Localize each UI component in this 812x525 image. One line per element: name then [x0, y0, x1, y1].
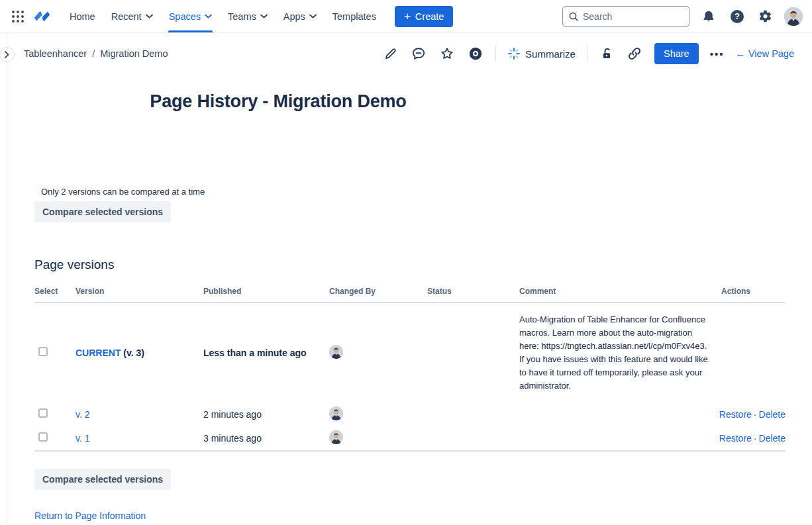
return-to-page-information-link[interactable]: Return to Page Information: [34, 510, 146, 521]
versions-table: Select Version Published Changed By Stat…: [34, 281, 786, 452]
delete-link[interactable]: Delete: [759, 409, 786, 420]
published-time: 2 minutes ago: [203, 409, 329, 420]
changed-by-avatar: [329, 430, 343, 444]
actions-cell: Restore·Delete: [711, 409, 786, 420]
nav-item-recent[interactable]: Recent: [103, 0, 161, 32]
create-button[interactable]: + Create: [395, 6, 453, 27]
watch-button[interactable]: [467, 45, 484, 62]
published-time: Less than a minute ago: [203, 348, 329, 358]
table-row-v2: v. 2 2 minutes ago Restore·Delete: [34, 403, 786, 426]
page-versions-heading: Page versions: [34, 258, 786, 272]
help-icon: ?: [731, 10, 744, 23]
table-row-current: CURRENT (v. 3) Less than a minute ago Au…: [34, 303, 786, 403]
comment-button[interactable]: [410, 45, 427, 62]
search-input[interactable]: [583, 11, 684, 22]
restrictions-button[interactable]: [599, 46, 615, 62]
help-button[interactable]: ?: [728, 7, 746, 26]
ellipsis-icon: •••: [710, 48, 725, 60]
pencil-icon: [383, 47, 397, 61]
version-link[interactable]: CURRENT: [76, 348, 121, 358]
delete-link[interactable]: Delete: [759, 433, 786, 444]
version-comment: Auto-Migration of Table Enhancer for Con…: [519, 307, 711, 399]
toolbar-divider: [495, 46, 496, 61]
arrow-left-icon: ←: [735, 48, 745, 59]
compare-selected-versions-button-bottom[interactable]: Compare selected versions: [34, 469, 171, 490]
column-header-published: Published: [203, 287, 329, 296]
changed-by-avatar: [329, 345, 343, 359]
restore-link[interactable]: Restore: [719, 409, 752, 420]
search-box[interactable]: [562, 6, 689, 27]
select-version-checkbox[interactable]: [38, 432, 48, 442]
chevron-down-icon: [260, 14, 268, 19]
more-menu-button[interactable]: •••: [710, 48, 725, 60]
link-icon: [627, 46, 642, 61]
compare-selected-versions-button-top[interactable]: Compare selected versions: [34, 201, 171, 222]
nav-item-templates[interactable]: Templates: [325, 0, 384, 32]
eye-icon: [468, 46, 483, 61]
version-link[interactable]: v. 2: [76, 409, 90, 420]
published-time: 3 minutes ago: [203, 433, 329, 444]
page-title: Page History - Migration Demo: [26, 91, 530, 112]
ai-sparkle-icon: [507, 47, 521, 60]
restore-link[interactable]: Restore: [719, 433, 752, 444]
summarize-button[interactable]: Summarize: [507, 47, 576, 60]
chevron-down-icon: [309, 14, 317, 19]
user-avatar[interactable]: [784, 7, 803, 26]
page-toolbar: Summarize Share ••• ← View Page: [382, 43, 794, 64]
nav-item-apps[interactable]: Apps: [276, 0, 325, 32]
copy-link-button[interactable]: [626, 45, 643, 62]
page-header-bar: Tableenhancer / Migration Demo: [0, 33, 812, 74]
breadcrumb-separator: /: [92, 48, 95, 59]
app-grid-icon: [11, 9, 25, 24]
actions-separator: ·: [752, 409, 759, 420]
comment-bubble-icon: [411, 46, 426, 61]
search-icon: [568, 11, 579, 22]
nav-item-home[interactable]: Home: [62, 0, 103, 32]
share-button[interactable]: Share: [654, 43, 699, 64]
table-row-v1: v. 1 3 minutes ago Restore·Delete: [34, 426, 786, 450]
bell-icon: [701, 9, 716, 24]
primary-nav: Home Recent Spaces Teams Apps Templates: [62, 0, 384, 32]
actions-cell: Restore·Delete: [711, 433, 786, 444]
plus-icon: +: [404, 11, 411, 22]
chevron-down-icon: [146, 14, 153, 19]
breadcrumb: Tableenhancer / Migration Demo: [24, 48, 168, 59]
sidebar-expand-button[interactable]: [0, 47, 15, 62]
gear-icon: [758, 9, 772, 23]
column-header-comment: Comment: [519, 287, 711, 296]
page-history-content: Page History - Migration Demo Only 2 ver…: [34, 91, 786, 522]
unlocked-padlock-icon: [600, 47, 613, 60]
compare-note: Only 2 versions can be compared at a tim…: [41, 187, 786, 197]
view-page-link[interactable]: ← View Page: [735, 48, 794, 59]
column-header-changed-by: Changed By: [329, 287, 427, 296]
top-navigation: Home Recent Spaces Teams Apps Templates …: [0, 0, 812, 33]
actions-separator: ·: [752, 433, 759, 444]
favorite-button[interactable]: [438, 45, 456, 62]
column-header-status: Status: [427, 287, 519, 296]
column-header-select: Select: [34, 287, 76, 296]
settings-button[interactable]: [756, 7, 775, 26]
select-version-checkbox[interactable]: [38, 408, 48, 418]
toolbar-divider: [587, 46, 587, 61]
star-icon: [440, 46, 454, 61]
nav-item-spaces[interactable]: Spaces: [161, 0, 220, 32]
select-version-checkbox[interactable]: [38, 347, 48, 356]
chevron-down-icon: [205, 14, 212, 19]
confluence-logo-icon[interactable]: [33, 8, 51, 24]
nav-item-teams[interactable]: Teams: [220, 0, 276, 32]
version-suffix: (v. 3): [121, 348, 144, 358]
column-header-actions: Actions: [711, 287, 786, 296]
collapsed-sidebar-rail: [7, 33, 7, 525]
version-link[interactable]: v. 1: [76, 433, 90, 444]
column-header-version: Version: [76, 287, 203, 296]
notifications-button[interactable]: [699, 7, 719, 26]
edit-button[interactable]: [382, 46, 399, 62]
versions-table-header: Select Version Published Changed By Stat…: [34, 281, 786, 303]
changed-by-avatar: [329, 406, 343, 420]
breadcrumb-space-link[interactable]: Tableenhancer: [24, 48, 87, 59]
breadcrumb-page-link[interactable]: Migration Demo: [100, 48, 168, 59]
app-switcher-button[interactable]: [8, 7, 28, 26]
